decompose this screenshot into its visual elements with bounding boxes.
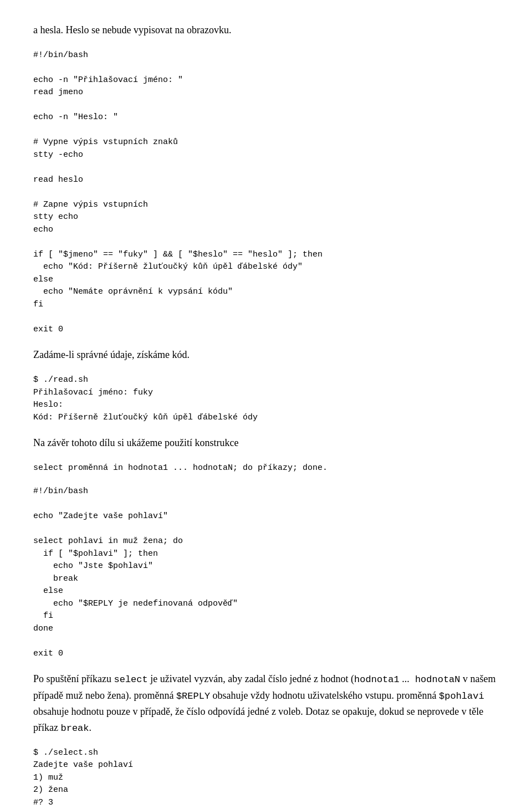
code3-section: select proměnná in hodnota1 ... hodnotaN… <box>33 462 499 475</box>
paragraph2: Na závěr tohoto dílu si ukážeme použití … <box>33 435 499 451</box>
code-block-5: $ ./select.sh Zadejte vaše pohlaví 1) mu… <box>33 747 499 809</box>
paragraph1-section: Zadáme-li správné údaje, získáme kód. <box>33 347 499 363</box>
code-block-1: #!/bin/bash echo -n "Přihlašovací jméno:… <box>33 49 499 336</box>
intro-section: a hesla. Heslo se nebude vypisovat na ob… <box>33 22 499 38</box>
code-block-2: $ ./read.sh Přihlašovací jméno: fuky Hes… <box>33 374 499 424</box>
page-content: a hesla. Heslo se nebude vypisovat na ob… <box>33 22 499 809</box>
code-block-3: select proměnná in hodnota1 ... hodnotaN… <box>33 462 499 475</box>
code5-section: $ ./select.sh Zadejte vaše pohlaví 1) mu… <box>33 747 499 809</box>
code4-section: #!/bin/bash echo "Zadejte vaše pohlaví" … <box>33 485 499 660</box>
paragraph2-section: Na závěr tohoto dílu si ukážeme použití … <box>33 435 499 451</box>
paragraph3-hodnotaN: hodnotaN <box>410 674 461 685</box>
paragraph3-part7: obsahuje hodnotu pouze v případě, že čís… <box>33 706 483 733</box>
paragraph3-REPLY: $REPLY <box>176 691 210 702</box>
paragraph3-pohlavi: $pohlavi <box>439 691 484 702</box>
paragraph3-part2: je uživatel vyzván, aby zadal číslo jedn… <box>148 673 354 684</box>
paragraph3-end: . <box>89 722 92 733</box>
paragraph3-part6: obsahuje vždy hodnotu uživatelského vstu… <box>210 690 439 701</box>
paragraph3-break: break <box>60 723 89 734</box>
code2-section: $ ./read.sh Přihlašovací jméno: fuky Hes… <box>33 374 499 424</box>
paragraph3-select: select <box>114 674 148 685</box>
intro-text: a hesla. Heslo se nebude vypisovat na ob… <box>33 22 499 38</box>
paragraph3-section: Po spuštění příkazu select je uživatel v… <box>33 671 499 735</box>
code1-section: #!/bin/bash echo -n "Přihlašovací jméno:… <box>33 49 499 336</box>
paragraph3-part3: ... <box>400 673 410 684</box>
paragraph3-hodnota1: hodnota1 <box>354 674 400 685</box>
paragraph3: Po spuštění příkazu select je uživatel v… <box>33 671 499 735</box>
code-block-4: #!/bin/bash echo "Zadejte vaše pohlaví" … <box>33 485 499 660</box>
paragraph3-part1: Po spuštění příkazu <box>33 673 114 684</box>
paragraph1: Zadáme-li správné údaje, získáme kód. <box>33 347 499 363</box>
